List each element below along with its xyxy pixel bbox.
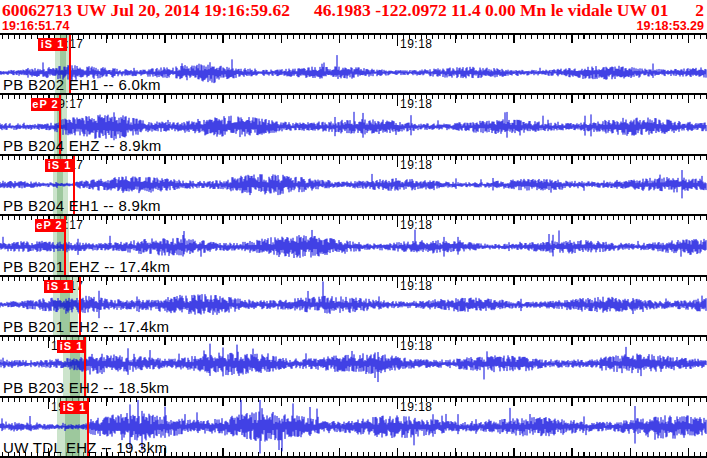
page-number: 2: [695, 0, 704, 21]
pick-flag[interactable]: eP 2: [35, 219, 64, 232]
minute-label: 19:18: [400, 339, 433, 353]
trace-row[interactable]: 19:17 19:18 iS 1 PB B201 EH2 -- 17.4km: [0, 275, 707, 335]
minute-label: 19:18: [400, 37, 433, 51]
minute-label: 19:18: [400, 158, 433, 172]
window-end-time: 19:18:53.29: [637, 19, 704, 33]
station-label: UW TDL EHZ -- 19.3km: [3, 439, 167, 456]
station-label: PB B201 EH2 -- 17.4km: [3, 318, 169, 335]
pick-flag[interactable]: iS 1: [44, 280, 73, 293]
pick-flag-label: iS 1: [63, 401, 87, 413]
trace-row[interactable]: 19:17 19:18 iS 1 UW TDL EHZ -- 19.3km: [0, 396, 707, 456]
pick-flag-label: iS 1: [47, 280, 71, 292]
pick-flag-label: eP 2: [36, 219, 62, 231]
pick-flag-label: iS 1: [41, 38, 65, 50]
event-location-magnitude: 46.1983 -122.0972 11.4 0.00 Mn le vidale…: [314, 0, 669, 21]
time-window: 19:16:51.74 19:18:53.29: [2, 19, 704, 33]
pick-flag[interactable]: iS 1: [38, 38, 67, 51]
pick-flag[interactable]: eP 2: [31, 98, 60, 111]
minute-label: 19:18: [400, 279, 433, 293]
pick-flag-label: iS 1: [48, 159, 72, 171]
seismic-review-window: 60062713 UW Jul 20, 2014 19:16:59.62 46.…: [0, 0, 707, 458]
trace-row[interactable]: 19:17 19:18 iS 1 PB B202 EH1 -- 6.0km: [0, 33, 707, 93]
pick-flag-label: eP 2: [32, 98, 58, 110]
pick-flag[interactable]: iS 1: [60, 401, 89, 414]
minute-label: 19:18: [400, 97, 433, 111]
station-label: PB B202 EH1 -- 6.0km: [3, 76, 161, 93]
trace-row[interactable]: 19:17 19:18 iS 1 PB B204 EH1 -- 8.9km: [0, 154, 707, 214]
window-start-time: 19:16:51.74: [2, 19, 69, 33]
station-label: PB B201 EHZ -- 17.4km: [3, 258, 170, 275]
trace-row[interactable]: 19:17 19:18 iS 1 PB B203 EH2 -- 18.5km: [0, 335, 707, 395]
trace-list: 19:17 19:18 iS 1 PB B202 EH1 -- 6.0km 19…: [0, 33, 707, 458]
pick-flag[interactable]: iS 1: [57, 340, 86, 353]
event-id-origin-time: 60062713 UW Jul 20, 2014 19:16:59.62: [2, 0, 290, 21]
station-label: PB B204 EHZ -- 8.9km: [3, 137, 162, 154]
event-header: 60062713 UW Jul 20, 2014 19:16:59.62 46.…: [2, 0, 704, 21]
station-label: PB B203 EH2 -- 18.5km: [3, 379, 169, 396]
trace-row[interactable]: 19:17 19:18 eP 2 PB B201 EHZ -- 17.4km: [0, 214, 707, 274]
pick-flag[interactable]: iS 1: [45, 159, 74, 172]
minute-label: 19:18: [400, 400, 433, 414]
minute-label: 19:18: [400, 218, 433, 232]
station-label: PB B204 EH1 -- 8.9km: [3, 197, 161, 214]
pick-flag-label: iS 1: [60, 340, 84, 352]
trace-row[interactable]: 19:17 19:18 eP 2 PB B204 EHZ -- 8.9km: [0, 93, 707, 153]
